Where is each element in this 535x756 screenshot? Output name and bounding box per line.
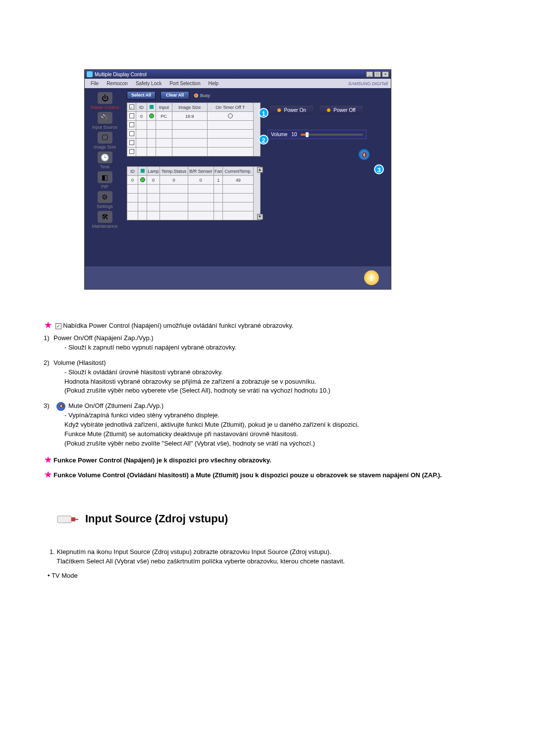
menu-safety-lock[interactable]: Safety Lock [132, 81, 165, 86]
busy-dot-icon [194, 94, 198, 98]
sidebar-item-power-control[interactable]: ⏻Power Control [86, 92, 124, 110]
table-row[interactable]: 0 0 0 0 1 49 [127, 176, 261, 185]
table-row[interactable] [127, 148, 261, 156]
sidebar-item-maintenance[interactable]: 🛠Maintenance [86, 211, 124, 229]
menu-file[interactable]: File [87, 81, 103, 86]
sidebar: ⏻Power Control 🔌Input Source 🖵Image Size… [85, 88, 125, 266]
svg-rect-1 [71, 517, 75, 521]
power-on-button[interactable]: Power On [269, 105, 314, 115]
sidebar-item-pip[interactable]: ◧PIP [86, 171, 124, 189]
power-dot-icon [277, 108, 281, 112]
volume-slider[interactable] [301, 134, 363, 136]
menu-remocon[interactable]: Remocon [103, 81, 132, 86]
table-row[interactable]: 0 PC 16:9 [127, 112, 261, 121]
table-row[interactable] [127, 194, 261, 202]
checkbox-icon: ✓ [55, 323, 61, 329]
clear-all-button[interactable]: Clear All [160, 91, 189, 100]
status-bar: ! [85, 266, 391, 289]
display-list-table: ID Input Image Size On Timer Off T 0 PC [127, 102, 261, 156]
alert-icon: ! [364, 270, 379, 285]
status-led-icon [140, 177, 145, 182]
power-dot-icon [327, 108, 330, 112]
brand-label: SAMSUNG DIGITall [348, 81, 388, 86]
note-line: ★Funkce Power Control (Napájení) je k di… [45, 454, 490, 465]
table-row[interactable] [127, 185, 261, 194]
table-row[interactable] [127, 211, 261, 220]
bullet-item: • TV Mode [48, 571, 490, 581]
table-header: ID Input Image Size On Timer Off T [127, 103, 261, 112]
table-row[interactable] [127, 202, 261, 211]
minimize-button[interactable]: _ [366, 71, 373, 77]
app-window: Multiple Display Control _ □ × File Remo… [84, 69, 391, 290]
titlebar: Multiple Display Control _ □ × [85, 70, 391, 79]
callout-3: 3 [374, 164, 384, 174]
scrollbar[interactable]: ▲▼ [254, 167, 261, 220]
busy-indicator: Busy [194, 93, 210, 98]
power-icon: ⏻ [98, 92, 112, 104]
table-row[interactable] [127, 139, 261, 148]
app-icon [87, 71, 93, 77]
speaker-icon: 🔇 [361, 152, 367, 157]
table-row[interactable] [127, 121, 261, 130]
section-header: Input Source (Zdroj vstupu) [54, 510, 490, 528]
note-line: ★Funkce Volume Control (Ovládání hlasito… [45, 469, 490, 480]
wrench-icon: 🛠 [98, 211, 112, 223]
list-item: 1)Power On/Off (Napájení Zap./Vyp.) - Sl… [54, 334, 490, 353]
table-row[interactable] [127, 130, 261, 139]
svg-rect-0 [57, 516, 71, 523]
star-icon: ★ [45, 455, 52, 464]
row-checkbox[interactable] [129, 113, 134, 118]
volume-value: 10 [291, 132, 297, 137]
sidebar-item-input-source[interactable]: 🔌Input Source [86, 112, 124, 130]
maximize-button[interactable]: □ [374, 71, 381, 77]
section-title: Input Source (Zdroj vstupu) [85, 511, 228, 527]
app-title: Multiple Display Control [95, 72, 147, 77]
right-panel: Power On Power Off Volume 10 🔇 [263, 91, 389, 220]
sidebar-item-settings[interactable]: ⚙Settings [86, 191, 124, 209]
scroll-up-icon[interactable]: ▲ [257, 167, 263, 173]
status-led-icon [149, 113, 154, 118]
callout-2: 2 [259, 135, 268, 145]
list-item: 3) 🔇 Mute On/Off (Ztlumení Zap./Vyp.) - … [54, 402, 490, 448]
select-all-button[interactable]: Select All [127, 91, 156, 100]
sidebar-item-time[interactable]: 🕒Time [86, 151, 124, 169]
star-icon: ★ [45, 470, 52, 479]
menu-port-selection[interactable]: Port Selection [165, 81, 204, 86]
screen-icon: 🖵 [98, 132, 112, 144]
main-area: Select All Clear All Busy ID Input Image… [125, 88, 391, 266]
status-header-icon [141, 169, 145, 173]
mute-button[interactable]: 🔇 [359, 149, 370, 160]
volume-label: Volume [271, 132, 287, 137]
speaker-icon: 🔇 [56, 402, 65, 411]
gear-icon: ⚙ [98, 191, 112, 203]
scroll-down-icon[interactable]: ▼ [257, 214, 263, 220]
callout-1: 1 [259, 108, 268, 118]
body-text: 1. Klepnutím na ikonu Input Source (Zdro… [50, 548, 490, 566]
status-table: ID Lamp Temp.Status B/R Senser Fan Curre… [127, 166, 261, 220]
clock-icon: 🕒 [98, 151, 112, 163]
menu-help[interactable]: Help [204, 81, 222, 86]
star-icon: ★ [45, 321, 52, 329]
header-checkbox[interactable] [129, 104, 134, 109]
sidebar-item-image-size[interactable]: 🖵Image Size [86, 132, 124, 150]
intro-line: ★ ✓ Nabídka Power Control (Napájení) umo… [45, 319, 490, 331]
volume-control[interactable]: Volume 10 [268, 130, 367, 139]
status-header-icon [150, 105, 154, 109]
pip-icon: ◧ [98, 171, 112, 183]
close-button[interactable]: × [382, 71, 389, 77]
list-item: 2)Volume (Hlasitost) - Slouží k ovládání… [54, 358, 490, 396]
plug-icon [54, 510, 78, 528]
menubar: File Remocon Safety Lock Port Selection … [85, 79, 391, 88]
table-header: ID Lamp Temp.Status B/R Senser Fan Curre… [127, 167, 261, 176]
power-off-button[interactable]: Power Off [319, 105, 364, 115]
plug-icon: 🔌 [98, 112, 112, 124]
slider-thumb[interactable] [306, 132, 309, 137]
timer-indicator-icon [228, 113, 233, 118]
